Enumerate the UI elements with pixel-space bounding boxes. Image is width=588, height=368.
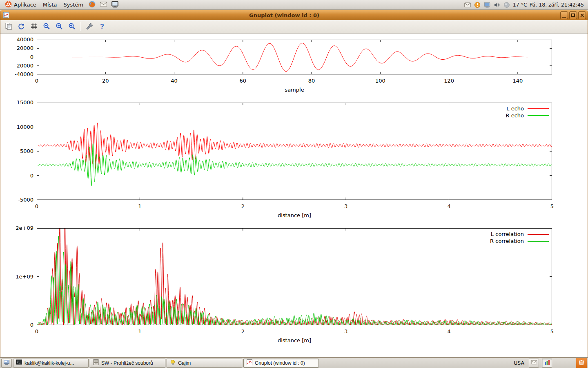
zoom-previous-icon [42,22,51,31]
x-tick-label: 3 [329,203,363,210]
temperature-indicator[interactable]: 17 °C [513,2,527,8]
y-tick-label: 0 [3,54,33,61]
file-manager-icon [93,359,99,367]
show-desktop-button[interactable] [1,359,12,368]
legend-entry: R correlation [490,238,549,245]
trash-icon [578,359,585,367]
y-tick-label: 20000 [3,45,33,52]
mail-icon [531,359,537,367]
menu-system[interactable]: Systém [60,0,86,9]
terminal-icon [16,359,22,367]
window-title: Gnuplot (window id : 0) [9,12,559,18]
legend-line-sample [528,115,549,116]
configure-button[interactable] [84,21,95,32]
legend: L echoR echo [506,105,549,119]
grid-icon [30,22,38,31]
x-tick-label: 4 [432,203,466,210]
y-tick-label: 5000 [3,148,33,155]
gajim-icon [169,359,176,367]
menu-places[interactable]: Místa [40,0,60,9]
mail-tray-button[interactable] [529,359,539,368]
chart-correlation: L correlationR correlation distance [m] … [37,228,552,325]
maximize-button[interactable] [569,11,577,19]
zoom-next-button[interactable] [53,21,65,32]
keyboard-layout-indicator[interactable]: USA [512,360,526,366]
maximize-icon [571,13,575,17]
mail-notification-icon[interactable] [464,1,471,9]
bottom-panel: kaklik@kaklik-kolej-u... SW - Prohlížeč … [0,357,588,368]
close-button[interactable]: × [578,11,586,19]
x-tick-label: 140 [501,78,535,84]
trash-button[interactable] [576,358,587,368]
legend-label: R correlation [490,238,524,244]
minimize-button[interactable] [560,11,568,19]
x-tick-label: 5 [535,203,569,210]
plot-area[interactable] [37,103,552,200]
volume-icon[interactable] [493,1,501,9]
x-tick-label: 80 [294,78,329,84]
taskbar-window-gajim[interactable]: Gajim [167,359,242,368]
window-titlebar[interactable]: Gnuplot (window id : 0) × [0,10,588,20]
chart-sample-waveform: sample -40000-20000020000400000204060801… [37,40,552,74]
x-tick-label: 120 [432,78,466,84]
taskbar-window-label: kaklik@kaklik-kolej-u... [24,360,74,366]
menu-applications[interactable]: Aplikace [2,0,40,9]
plot-area[interactable] [37,40,552,74]
menu-applications-label: Aplikace [14,2,36,8]
taskbar-window-label: SW - Prohlížeč souborů [101,360,153,366]
legend-entry: R echo [506,112,549,119]
x-tick-label: 1 [122,328,157,335]
x-tick-label: 0 [20,203,54,210]
x-tick-label: 0 [20,328,54,335]
mail-launcher[interactable] [99,0,108,9]
x-tick-label: 40 [157,78,192,84]
y-tick-label: 0 [3,322,33,328]
show-desktop-icon [3,359,10,367]
y-tick-label: 1e+09 [3,274,33,280]
legend: L correlationR correlation [490,231,549,245]
help-button[interactable]: ? [96,21,108,32]
autoscale-button[interactable] [66,21,78,32]
replot-icon [17,22,25,31]
zoom-previous-button[interactable] [41,21,52,32]
gnuplot-window: Gnuplot (window id : 0) × [0,10,588,357]
x-tick-label: 1 [122,203,157,210]
x-tick-label: 2 [226,203,260,210]
taskbar-window-terminal[interactable]: kaklik@kaklik-kolej-u... [13,359,89,368]
update-notifier-icon[interactable] [474,1,481,9]
x-tick-label: 100 [363,78,397,84]
legend-line-sample [528,241,549,242]
x-tick-label: 5 [535,328,569,335]
close-icon: × [580,12,585,18]
taskbar-window-label: Gnuplot (window id : 0) [255,360,305,366]
plot-area[interactable] [37,228,552,325]
replot-button[interactable] [16,21,27,32]
ubuntu-logo-icon [5,1,12,9]
y-tick-label: 15000 [3,99,33,106]
mail-icon [100,0,107,9]
autoscale-icon [68,22,76,31]
system-tray: 17 °C Pá, 18. září, 21:42:45 [464,1,586,9]
x-tick-label: 2 [226,328,260,335]
y-tick-label: 2e+09 [3,225,33,231]
firefox-launcher[interactable] [88,0,97,9]
legend-label: R echo [506,112,524,119]
y-tick-label: -40000 [3,71,33,78]
grid-button[interactable] [28,21,40,32]
x-tick-label: 0 [20,78,54,84]
y-tick-label: -5000 [3,197,33,203]
display-icon[interactable] [483,1,491,9]
terminal-launcher[interactable] [111,0,120,9]
desktop: Aplikace Místa Systém [0,0,588,368]
plot-surface: sample -40000-20000020000400000204060801… [0,34,588,357]
plot-tray-button[interactable] [542,359,552,368]
copy-button[interactable] [3,21,14,32]
weather-icon[interactable] [503,1,510,9]
clock[interactable]: Pá, 18. září, 21:42:45 [530,2,584,8]
taskbar-window-gnuplot[interactable]: Gnuplot (window id : 0) [243,359,319,368]
x-axis-title: sample [37,87,552,93]
taskbar-window-file-browser[interactable]: SW - Prohlížeč souborů [90,359,165,368]
gnuplot-icon [246,359,253,367]
chart-echo: L echoR echo distance [m] -5000050001000… [37,103,552,200]
chart-icon [544,359,550,367]
